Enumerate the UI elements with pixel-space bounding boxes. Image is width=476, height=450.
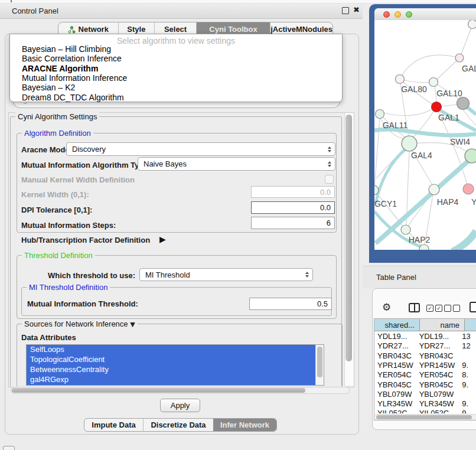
column-header-partial[interactable]: [465, 319, 476, 331]
label-gal80: GAL80: [401, 84, 427, 94]
list-item-topologicalcoefficient[interactable]: TopologicalCoefficient: [27, 355, 316, 365]
settings-horizontal-scrollbar-thumb[interactable]: [12, 388, 305, 393]
table-row[interactable]: YBR043C YBR043C: [374, 351, 476, 361]
split-columns-divider: [414, 304, 415, 311]
mi-steps-field[interactable]: 6: [251, 217, 335, 229]
network-icon: [68, 25, 76, 33]
minimize-traffic-light[interactable]: [395, 11, 401, 18]
cell: YLR345W: [374, 399, 418, 409]
hub-definition-label[interactable]: Hub/Transcription Factor Definition: [21, 236, 150, 244]
top-tick: [11, 0, 12, 2]
dropdown-item-dream8[interactable]: Dream8 DC_TDC Algorithm: [22, 93, 124, 102]
clear-checks-icon[interactable]: [444, 305, 460, 312]
manual-kernel-label: Manual Kernel Width Definition: [21, 175, 135, 184]
node-gal4[interactable]: [402, 136, 417, 151]
select-all-checks-icon[interactable]: ✓ ✓: [426, 305, 442, 312]
node-gal11[interactable]: [376, 110, 384, 119]
table-row[interactable]: YLR345W YLR345W 9.: [374, 399, 476, 409]
label-y-cut: Y: [471, 197, 476, 207]
which-threshold-combobox[interactable]: MI Threshold: [139, 268, 313, 281]
column-header-name-label: name: [440, 321, 459, 330]
list-vertical-scrollbar-thumb[interactable]: [317, 347, 322, 377]
list-item-selfloops[interactable]: SelfLoops: [27, 345, 316, 355]
column-header-shared-name[interactable]: shared...: [374, 319, 420, 331]
dpi-tolerance-value: 0.0: [320, 203, 331, 212]
sources-title-text[interactable]: Sources for Network Inference: [24, 319, 128, 328]
tab-impute-data-label: Impute Data: [92, 420, 135, 429]
dropdown-item-basic-correlation[interactable]: Basic Correlation Inference: [22, 54, 122, 63]
column-header-name[interactable]: name: [420, 319, 465, 331]
close-traffic-light[interactable]: [383, 11, 390, 18]
dropdown-item-bayesian-k2[interactable]: Bayesian – K2: [22, 83, 75, 92]
cell: [460, 351, 476, 361]
kernel-width-field[interactable]: 0.0: [251, 186, 335, 198]
partial-toolbar-icon[interactable]: [470, 302, 476, 312]
tab-impute-data[interactable]: Impute Data: [84, 419, 144, 431]
cell: YBL079W: [418, 390, 461, 399]
table-row[interactable]: YIL052C YIL052C 9: [374, 409, 476, 413]
mi-threshold-field[interactable]: 0.5: [249, 298, 332, 310]
cell: YBR043C: [418, 351, 461, 361]
node-hap2[interactable]: [401, 225, 410, 234]
label-gcy1: GCY1: [374, 199, 397, 208]
node-salmon[interactable]: [463, 184, 474, 194]
node-gal1-red[interactable]: [432, 102, 442, 112]
settings-vertical-scrollbar-thumb[interactable]: [345, 115, 352, 361]
node-gray[interactable]: [457, 97, 470, 110]
split-columns-icon[interactable]: [409, 303, 420, 312]
network-node-labels: GAL GAL80 GAL10 GAL1 GAL11 GAL4 SWI4 GCY…: [374, 64, 476, 244]
cell: YER054C: [418, 370, 461, 380]
aracne-mode-value: Discovery: [72, 145, 106, 154]
bottom-left-partial-icon[interactable]: [3, 446, 15, 450]
mi-type-combobox[interactable]: Naive Bayes: [138, 157, 335, 171]
aracne-mode-combobox[interactable]: Discovery: [66, 142, 335, 156]
list-item-betweennesscentrality[interactable]: BetweennessCentrality: [27, 365, 316, 375]
table-row[interactable]: YDL19... YDL19... 13: [374, 332, 476, 341]
mi-threshold-definition-title: MI Threshold Definition: [27, 283, 110, 292]
mi-type-value: Naive Bayes: [144, 159, 187, 168]
manual-kernel-checkbox[interactable]: [325, 175, 334, 184]
which-threshold-value: MI Threshold: [145, 270, 190, 279]
node-swi4[interactable]: [465, 149, 476, 163]
table-row[interactable]: YBR045C YBR045C 9.: [374, 380, 476, 390]
apply-button[interactable]: Apply: [160, 399, 200, 412]
dpi-tolerance-label: DPI Tolerance [0,1]:: [21, 206, 92, 214]
network-canvas[interactable]: GAL GAL80 GAL10 GAL1 GAL11 GAL4 SWI4 GCY…: [374, 20, 476, 250]
cyni-algorithm-settings-title: Cyni Algorithm Settings: [15, 112, 99, 121]
data-attributes-label: Data Attributes: [21, 333, 76, 342]
float-button[interactable]: [342, 7, 349, 14]
node-gal10[interactable]: [429, 78, 438, 87]
dropdown-item-aracne[interactable]: ARACNE Algorithm: [22, 64, 98, 73]
table-row[interactable]: YPR145W YPR145W 9.: [374, 361, 476, 370]
which-threshold-label: Which threshold to use:: [48, 271, 135, 280]
table-horizontal-scrollbar-thumb[interactable]: [376, 415, 472, 419]
list-item-gal4rgexp[interactable]: gal4RGexp: [27, 375, 316, 385]
zoom-traffic-light[interactable]: [406, 11, 412, 18]
table-row[interactable]: YBL079W YBL079W: [374, 390, 476, 399]
node-hap4[interactable]: [429, 184, 439, 195]
node-gal80[interactable]: [396, 75, 405, 84]
cell: YIL052C: [374, 409, 418, 413]
hub-expand-arrow-icon[interactable]: ▶: [159, 234, 166, 244]
cell: YDR27...: [374, 341, 418, 351]
table-row[interactable]: YER054C YER054C 8.: [374, 370, 476, 380]
dropdown-item-mutual-information[interactable]: Mutual Information Inference: [22, 73, 127, 83]
node-gal-pink[interactable]: [455, 54, 464, 62]
close-icon[interactable]: ✖: [353, 5, 360, 14]
threshold-definition-title: Threshold Definition: [22, 251, 95, 260]
dpi-tolerance-field[interactable]: 0.0: [251, 201, 335, 214]
mi-threshold-label: Mutual Information Threshold:: [27, 299, 138, 308]
table-row[interactable]: YDR27... YDR27... 12: [374, 341, 476, 351]
network-window-titlebar[interactable]: [374, 8, 476, 21]
aracne-mode-label: Aracne Mode:: [21, 145, 72, 154]
dropdown-item-bayesian-hill-climbing[interactable]: Bayesian – Hill Climbing: [22, 44, 111, 54]
gear-icon[interactable]: ⚙: [382, 301, 391, 313]
label-hap4: HAP4: [437, 197, 459, 207]
control-panel-title: Control Panel: [12, 6, 58, 15]
tab-infer-network[interactable]: Infer Network: [213, 419, 276, 431]
node-partial-top[interactable]: [468, 20, 476, 29]
checked-box-icon: ✓: [435, 305, 442, 312]
tab-discretize-data[interactable]: Discretize Data: [144, 419, 213, 431]
label-gal4: GAL4: [411, 151, 432, 160]
sources-collapse-arrow-icon[interactable]: ▼: [130, 321, 135, 328]
